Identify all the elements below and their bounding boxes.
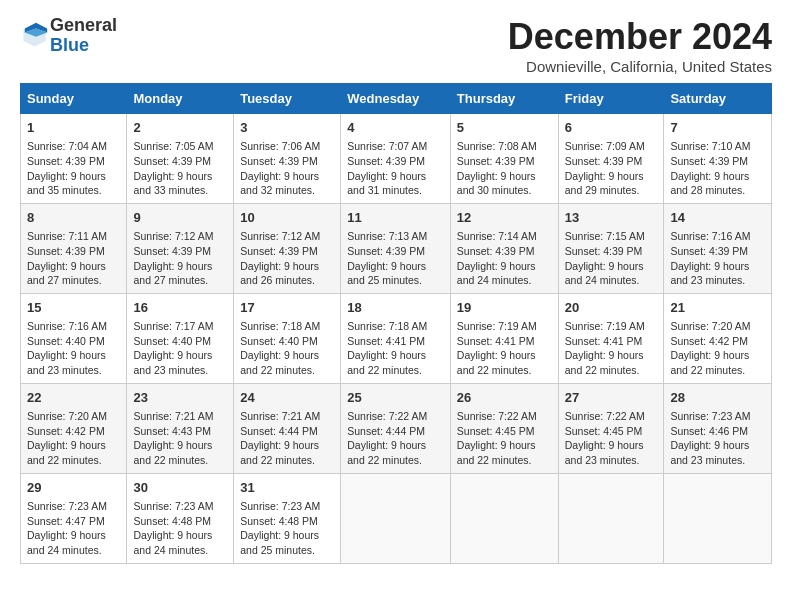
day-number: 24 <box>240 389 334 407</box>
day-number: 21 <box>670 299 765 317</box>
calendar-cell: 19Sunrise: 7:19 AM Sunset: 4:41 PM Dayli… <box>450 293 558 383</box>
day-info: Sunrise: 7:21 AM Sunset: 4:43 PM Dayligh… <box>133 409 227 468</box>
day-info: Sunrise: 7:23 AM Sunset: 4:46 PM Dayligh… <box>670 409 765 468</box>
day-info: Sunrise: 7:22 AM Sunset: 4:45 PM Dayligh… <box>457 409 552 468</box>
day-number: 26 <box>457 389 552 407</box>
day-number: 25 <box>347 389 444 407</box>
calendar-cell: 15Sunrise: 7:16 AM Sunset: 4:40 PM Dayli… <box>21 293 127 383</box>
day-info: Sunrise: 7:15 AM Sunset: 4:39 PM Dayligh… <box>565 229 658 288</box>
calendar-week-row: 22Sunrise: 7:20 AM Sunset: 4:42 PM Dayli… <box>21 383 772 473</box>
day-number: 4 <box>347 119 444 137</box>
calendar-cell: 20Sunrise: 7:19 AM Sunset: 4:41 PM Dayli… <box>558 293 664 383</box>
calendar-cell: 13Sunrise: 7:15 AM Sunset: 4:39 PM Dayli… <box>558 203 664 293</box>
calendar-cell: 28Sunrise: 7:23 AM Sunset: 4:46 PM Dayli… <box>664 383 772 473</box>
logo: GeneralBlue <box>20 16 117 56</box>
calendar-cell: 23Sunrise: 7:21 AM Sunset: 4:43 PM Dayli… <box>127 383 234 473</box>
day-info: Sunrise: 7:23 AM Sunset: 4:47 PM Dayligh… <box>27 499 120 558</box>
calendar-cell: 11Sunrise: 7:13 AM Sunset: 4:39 PM Dayli… <box>341 203 451 293</box>
day-number: 1 <box>27 119 120 137</box>
calendar-header-row: SundayMondayTuesdayWednesdayThursdayFrid… <box>21 84 772 114</box>
logo-icon <box>22 20 50 48</box>
day-number: 28 <box>670 389 765 407</box>
day-number: 12 <box>457 209 552 227</box>
day-info: Sunrise: 7:18 AM Sunset: 4:40 PM Dayligh… <box>240 319 334 378</box>
day-info: Sunrise: 7:12 AM Sunset: 4:39 PM Dayligh… <box>133 229 227 288</box>
day-info: Sunrise: 7:16 AM Sunset: 4:40 PM Dayligh… <box>27 319 120 378</box>
day-number: 7 <box>670 119 765 137</box>
day-number: 16 <box>133 299 227 317</box>
day-info: Sunrise: 7:20 AM Sunset: 4:42 PM Dayligh… <box>27 409 120 468</box>
calendar-week-row: 15Sunrise: 7:16 AM Sunset: 4:40 PM Dayli… <box>21 293 772 383</box>
day-number: 15 <box>27 299 120 317</box>
day-number: 3 <box>240 119 334 137</box>
day-info: Sunrise: 7:07 AM Sunset: 4:39 PM Dayligh… <box>347 139 444 198</box>
day-number: 19 <box>457 299 552 317</box>
calendar-cell <box>341 473 451 563</box>
calendar-cell: 31Sunrise: 7:23 AM Sunset: 4:48 PM Dayli… <box>234 473 341 563</box>
calendar-cell: 7Sunrise: 7:10 AM Sunset: 4:39 PM Daylig… <box>664 114 772 204</box>
day-number: 17 <box>240 299 334 317</box>
day-info: Sunrise: 7:06 AM Sunset: 4:39 PM Dayligh… <box>240 139 334 198</box>
day-number: 18 <box>347 299 444 317</box>
column-header-thursday: Thursday <box>450 84 558 114</box>
day-number: 22 <box>27 389 120 407</box>
calendar-cell: 18Sunrise: 7:18 AM Sunset: 4:41 PM Dayli… <box>341 293 451 383</box>
calendar-cell: 27Sunrise: 7:22 AM Sunset: 4:45 PM Dayli… <box>558 383 664 473</box>
calendar-week-row: 1Sunrise: 7:04 AM Sunset: 4:39 PM Daylig… <box>21 114 772 204</box>
day-number: 20 <box>565 299 658 317</box>
day-number: 27 <box>565 389 658 407</box>
calendar-cell: 25Sunrise: 7:22 AM Sunset: 4:44 PM Dayli… <box>341 383 451 473</box>
day-info: Sunrise: 7:20 AM Sunset: 4:42 PM Dayligh… <box>670 319 765 378</box>
column-header-friday: Friday <box>558 84 664 114</box>
calendar-cell: 14Sunrise: 7:16 AM Sunset: 4:39 PM Dayli… <box>664 203 772 293</box>
column-header-wednesday: Wednesday <box>341 84 451 114</box>
day-info: Sunrise: 7:19 AM Sunset: 4:41 PM Dayligh… <box>457 319 552 378</box>
day-info: Sunrise: 7:09 AM Sunset: 4:39 PM Dayligh… <box>565 139 658 198</box>
calendar-cell: 5Sunrise: 7:08 AM Sunset: 4:39 PM Daylig… <box>450 114 558 204</box>
calendar-cell: 1Sunrise: 7:04 AM Sunset: 4:39 PM Daylig… <box>21 114 127 204</box>
calendar-week-row: 29Sunrise: 7:23 AM Sunset: 4:47 PM Dayli… <box>21 473 772 563</box>
calendar-cell: 22Sunrise: 7:20 AM Sunset: 4:42 PM Dayli… <box>21 383 127 473</box>
calendar-cell: 8Sunrise: 7:11 AM Sunset: 4:39 PM Daylig… <box>21 203 127 293</box>
month-title: December 2024 <box>508 16 772 58</box>
day-info: Sunrise: 7:22 AM Sunset: 4:44 PM Dayligh… <box>347 409 444 468</box>
calendar-cell: 3Sunrise: 7:06 AM Sunset: 4:39 PM Daylig… <box>234 114 341 204</box>
day-info: Sunrise: 7:19 AM Sunset: 4:41 PM Dayligh… <box>565 319 658 378</box>
calendar-cell <box>450 473 558 563</box>
calendar-cell <box>558 473 664 563</box>
day-info: Sunrise: 7:22 AM Sunset: 4:45 PM Dayligh… <box>565 409 658 468</box>
day-info: Sunrise: 7:12 AM Sunset: 4:39 PM Dayligh… <box>240 229 334 288</box>
day-number: 11 <box>347 209 444 227</box>
day-number: 8 <box>27 209 120 227</box>
calendar-cell: 6Sunrise: 7:09 AM Sunset: 4:39 PM Daylig… <box>558 114 664 204</box>
calendar-cell: 21Sunrise: 7:20 AM Sunset: 4:42 PM Dayli… <box>664 293 772 383</box>
header: GeneralBlue December 2024 Downieville, C… <box>20 16 772 75</box>
day-info: Sunrise: 7:17 AM Sunset: 4:40 PM Dayligh… <box>133 319 227 378</box>
day-number: 14 <box>670 209 765 227</box>
day-number: 5 <box>457 119 552 137</box>
day-number: 2 <box>133 119 227 137</box>
day-info: Sunrise: 7:23 AM Sunset: 4:48 PM Dayligh… <box>133 499 227 558</box>
calendar-cell: 2Sunrise: 7:05 AM Sunset: 4:39 PM Daylig… <box>127 114 234 204</box>
day-info: Sunrise: 7:10 AM Sunset: 4:39 PM Dayligh… <box>670 139 765 198</box>
column-header-saturday: Saturday <box>664 84 772 114</box>
calendar-cell: 29Sunrise: 7:23 AM Sunset: 4:47 PM Dayli… <box>21 473 127 563</box>
day-number: 6 <box>565 119 658 137</box>
calendar-cell <box>664 473 772 563</box>
location-title: Downieville, California, United States <box>508 58 772 75</box>
day-number: 31 <box>240 479 334 497</box>
day-info: Sunrise: 7:05 AM Sunset: 4:39 PM Dayligh… <box>133 139 227 198</box>
day-info: Sunrise: 7:16 AM Sunset: 4:39 PM Dayligh… <box>670 229 765 288</box>
calendar-cell: 10Sunrise: 7:12 AM Sunset: 4:39 PM Dayli… <box>234 203 341 293</box>
column-header-sunday: Sunday <box>21 84 127 114</box>
logo-text: GeneralBlue <box>50 16 117 56</box>
column-header-tuesday: Tuesday <box>234 84 341 114</box>
day-number: 13 <box>565 209 658 227</box>
day-info: Sunrise: 7:08 AM Sunset: 4:39 PM Dayligh… <box>457 139 552 198</box>
day-number: 29 <box>27 479 120 497</box>
calendar-cell: 12Sunrise: 7:14 AM Sunset: 4:39 PM Dayli… <box>450 203 558 293</box>
day-number: 9 <box>133 209 227 227</box>
day-info: Sunrise: 7:21 AM Sunset: 4:44 PM Dayligh… <box>240 409 334 468</box>
day-info: Sunrise: 7:23 AM Sunset: 4:48 PM Dayligh… <box>240 499 334 558</box>
day-info: Sunrise: 7:11 AM Sunset: 4:39 PM Dayligh… <box>27 229 120 288</box>
